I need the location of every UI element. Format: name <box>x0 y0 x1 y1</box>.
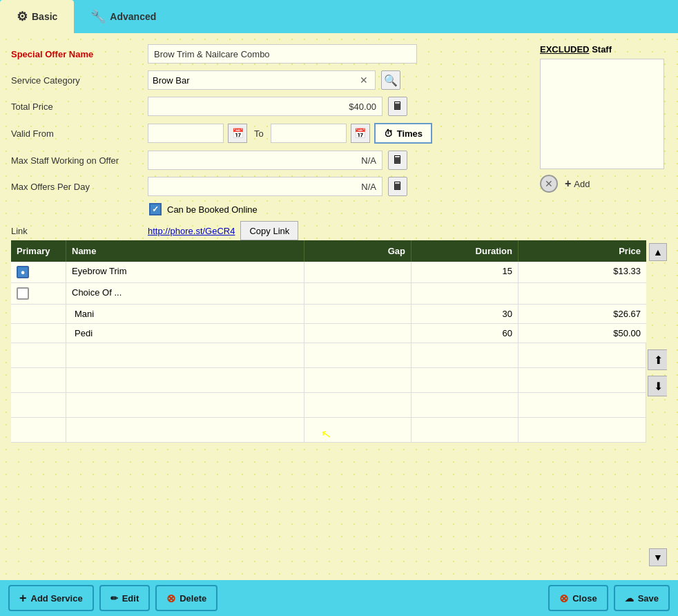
excluded-controls: ✕ + Add <box>540 175 667 193</box>
er3-name <box>66 393 304 417</box>
max-staff-input[interactable] <box>148 151 382 170</box>
er4-primary <box>11 418 66 442</box>
max-staff-label: Max Staff Working on Offer <box>11 155 142 166</box>
form-left: Special Offer Name Service Category Brow… <box>11 44 529 240</box>
tab-advanced-label: Advanced <box>110 11 156 22</box>
excluded-rest-label: Staff <box>592 44 612 55</box>
row2-primary[interactable] <box>11 283 66 304</box>
valid-from-label: Valid From <box>11 128 142 139</box>
pedi-name: Pedi <box>66 324 304 343</box>
er2-primary <box>11 368 66 392</box>
form-section: Special Offer Name Service Category Brow… <box>11 44 529 196</box>
save-icon: ☁ <box>625 593 634 604</box>
edit-label: Edit <box>122 593 139 604</box>
er3-primary <box>11 393 66 417</box>
remove-excluded-button[interactable]: ✕ <box>540 175 558 193</box>
excluded-staff-list <box>540 59 664 169</box>
empty-row-1 <box>11 343 646 368</box>
times-button[interactable]: ⏱ Times <box>374 123 432 144</box>
empty-row-2 <box>11 368 646 393</box>
empty-row-3 <box>11 393 646 418</box>
table-row[interactable]: Choice Of ... Mani 30 $26.67 <box>11 283 646 343</box>
move-bottom-button[interactable]: ⬇ <box>648 376 667 396</box>
primary-radio-empty[interactable] <box>17 287 29 300</box>
book-online-label: Can be Booked Online <box>167 204 258 215</box>
col-header-price: Price <box>519 240 646 262</box>
row1-primary[interactable]: ● <box>11 262 66 282</box>
calculator-icon-offers[interactable]: 🖩 <box>388 177 407 196</box>
er1-gap <box>304 343 411 367</box>
scroll-down-button[interactable]: ▼ <box>649 548 667 566</box>
move-up-button[interactable]: ▲ <box>649 243 667 261</box>
max-staff-row: Max Staff Working on Offer 🖩 <box>11 151 529 170</box>
er4-price <box>519 418 646 442</box>
primary-radio-selected[interactable]: ● <box>17 266 29 278</box>
link-row: Link http://phore.st/GeCR4 Copy Link <box>11 221 529 240</box>
services-table-section: Primary Name Gap Duration Price ● <box>11 240 667 569</box>
pedi-primary <box>11 324 66 343</box>
move-top-button[interactable]: ⬆ <box>648 349 667 370</box>
er3-gap <box>304 393 411 417</box>
choice-header-row: Choice Of ... <box>11 283 646 305</box>
save-button[interactable]: ☁ Save <box>614 585 670 611</box>
pedi-duration: 60 <box>411 324 519 343</box>
max-offers-label: Max Offers Per Day <box>11 182 142 192</box>
er4-name <box>66 418 304 442</box>
advanced-icon: 🔧 <box>90 9 106 24</box>
excluded-bold-label: EXCLUDED <box>540 44 590 55</box>
service-category-row: Service Category Brow Bar ✕ 🔍 <box>11 70 529 90</box>
total-price-label: Total Price <box>11 102 142 112</box>
add-service-button[interactable]: + Add Service <box>8 585 94 611</box>
link-url[interactable]: http://phore.st/GeCR4 <box>148 226 235 236</box>
mani-name: Mani <box>66 305 304 323</box>
table-body: ● Eyebrow Trim 15 $13.33 <box>11 262 646 569</box>
er1-price <box>519 343 646 367</box>
er1-primary <box>11 343 66 367</box>
tab-bar: ⚙ Basic 🔧 Advanced <box>0 0 678 33</box>
valid-to-input[interactable] <box>271 124 347 143</box>
er4-gap <box>304 418 411 442</box>
edit-button[interactable]: ✏ Edit <box>99 585 151 611</box>
calculator-icon-price[interactable]: 🖩 <box>388 97 407 116</box>
tab-basic[interactable]: ⚙ Basic <box>0 0 74 33</box>
calendar-from-icon[interactable]: 📅 <box>228 124 247 143</box>
pedi-row[interactable]: Pedi 60 $50.00 <box>11 324 646 343</box>
er3-duration <box>411 393 519 417</box>
er3-price <box>519 393 646 417</box>
row2-gap <box>304 283 411 304</box>
table-side-controls: ▲ ⬆ ⬇ ▼ <box>646 240 667 569</box>
max-offers-input[interactable] <box>148 177 382 196</box>
service-category-container[interactable]: Brow Bar ✕ <box>148 70 376 90</box>
book-online-checkbox[interactable]: ✓ <box>149 203 162 215</box>
add-excluded-button[interactable]: + Add <box>565 177 590 190</box>
save-label: Save <box>638 593 659 604</box>
to-label: To <box>251 128 267 139</box>
form-and-excluded: Special Offer Name Service Category Brow… <box>11 44 667 240</box>
radio-dot: ● <box>21 268 26 276</box>
tab-advanced[interactable]: 🔧 Advanced <box>74 0 173 33</box>
search-icon-btn[interactable]: 🔍 <box>381 70 400 90</box>
calculator-icon-staff[interactable]: 🖩 <box>388 151 407 170</box>
delete-label: Delete <box>180 593 206 604</box>
row1-name: Eyebrow Trim <box>66 262 304 282</box>
bottom-left-buttons: + Add Service ✏ Edit ⊗ Delete <box>8 585 217 611</box>
copy-link-button[interactable]: Copy Link <box>240 221 298 240</box>
mani-row[interactable]: Mani 30 $26.67 <box>11 305 646 324</box>
close-button[interactable]: ⊗ Close <box>548 585 608 611</box>
delete-button[interactable]: ⊗ Delete <box>155 585 217 611</box>
excluded-staff-section: EXCLUDED Staff ✕ + Add <box>529 44 667 240</box>
valid-from-input[interactable] <box>148 124 224 143</box>
table-row[interactable]: ● Eyebrow Trim 15 $13.33 <box>11 262 646 283</box>
basic-icon: ⚙ <box>17 9 28 24</box>
row1-duration: 15 <box>411 262 519 282</box>
special-offer-name-input[interactable] <box>148 44 417 64</box>
category-clear-icon[interactable]: ✕ <box>360 75 368 86</box>
er2-price <box>519 368 646 392</box>
times-label: Times <box>397 128 423 139</box>
tab-basic-label: Basic <box>32 11 57 22</box>
er2-duration <box>411 368 519 392</box>
calendar-to-icon[interactable]: 📅 <box>351 124 370 143</box>
row2-duration <box>411 283 519 304</box>
row2-name: Choice Of ... <box>66 283 304 304</box>
total-price-input[interactable] <box>148 97 382 116</box>
